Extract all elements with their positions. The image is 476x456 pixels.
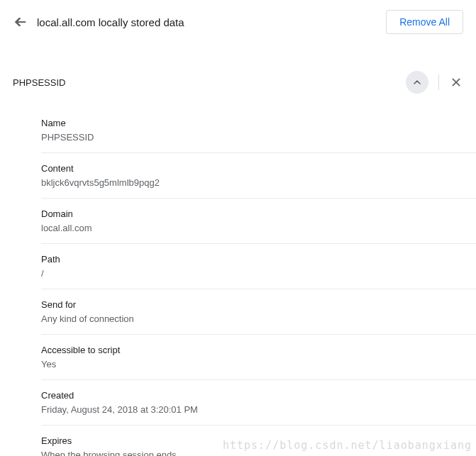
detail-row: Path /	[41, 244, 476, 289]
detail-row: Expires When the browsing session ends	[41, 426, 476, 456]
cookie-details: Name PHPSESSID Content bkljck6vqrvts5g5m…	[0, 102, 476, 456]
detail-label: Path	[41, 254, 463, 265]
back-arrow-icon[interactable]	[13, 15, 27, 29]
cookie-controls	[406, 71, 463, 94]
detail-label: Created	[41, 390, 463, 401]
detail-row: Send for Any kind of connection	[41, 289, 476, 335]
detail-row: Domain local.all.com	[41, 199, 476, 244]
page-title: local.all.com locally stored data	[37, 16, 184, 28]
detail-value: /	[41, 268, 463, 279]
cookie-header: PHPSESSID	[0, 44, 476, 102]
detail-label: Expires	[41, 435, 463, 446]
detail-row: Name PHPSESSID	[41, 102, 476, 153]
detail-value: PHPSESSID	[41, 132, 463, 143]
detail-value: Any kind of connection	[41, 313, 463, 324]
detail-row: Created Friday, August 24, 2018 at 3:20:…	[41, 380, 476, 426]
collapse-button[interactable]	[406, 71, 428, 94]
detail-label: Send for	[41, 299, 463, 310]
close-icon	[450, 77, 462, 88]
divider	[438, 74, 439, 90]
detail-label: Domain	[41, 208, 463, 219]
detail-value: When the browsing session ends	[41, 450, 463, 456]
detail-value: Yes	[41, 359, 463, 369]
remove-all-button[interactable]: Remove All	[386, 10, 463, 34]
cookie-title: PHPSESSID	[13, 77, 65, 88]
detail-row: Content bkljck6vqrvts5g5mlmlb9pqg2	[41, 153, 476, 199]
detail-value: bkljck6vqrvts5g5mlmlb9pqg2	[41, 177, 463, 188]
detail-label: Name	[41, 118, 463, 128]
detail-value: Friday, August 24, 2018 at 3:20:01 PM	[41, 404, 463, 415]
detail-label: Accessible to script	[41, 345, 463, 355]
header-left: local.all.com locally stored data	[13, 15, 184, 29]
detail-row: Accessible to script Yes	[41, 335, 476, 380]
detail-value: local.all.com	[41, 223, 463, 233]
detail-label: Content	[41, 163, 463, 174]
chevron-up-icon	[411, 77, 423, 88]
close-button[interactable]	[449, 75, 463, 89]
page-header: local.all.com locally stored data Remove…	[0, 0, 476, 44]
